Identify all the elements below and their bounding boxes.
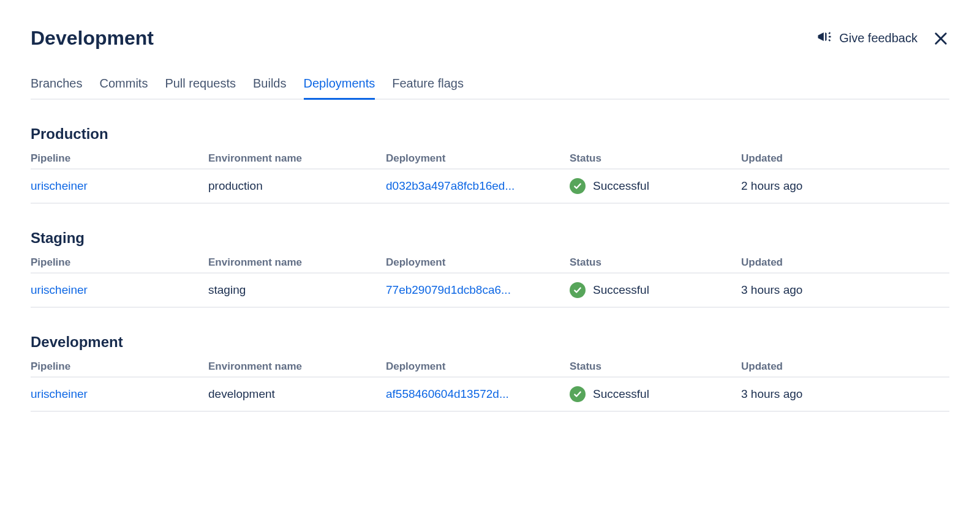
header-actions: Give feedback <box>816 28 949 48</box>
col-status: Status <box>570 149 741 169</box>
deployment-link[interactable]: d032b3a497a8fcb16ed... <box>386 179 557 193</box>
give-feedback-label: Give feedback <box>839 31 918 45</box>
table-header-row: Pipeline Environment name Deployment Sta… <box>31 149 949 169</box>
pipeline-link[interactable]: urischeiner <box>31 179 88 192</box>
success-check-icon <box>570 178 586 194</box>
col-environment: Environment name <box>208 253 386 273</box>
environment-cell: development <box>208 377 386 411</box>
col-environment: Environment name <box>208 357 386 377</box>
col-deployment: Deployment <box>386 253 570 273</box>
col-status: Status <box>570 357 741 377</box>
tab-commits[interactable]: Commits <box>100 72 148 100</box>
tab-feature-flags[interactable]: Feature flags <box>392 72 464 100</box>
give-feedback-button[interactable]: Give feedback <box>816 28 918 48</box>
col-updated: Updated <box>741 357 949 377</box>
col-environment: Environment name <box>208 149 386 169</box>
close-button[interactable] <box>932 30 949 47</box>
status-cell: Successful <box>570 178 741 194</box>
deployments-table: Pipeline Environment name Deployment Sta… <box>31 253 949 308</box>
tab-branches[interactable]: Branches <box>31 72 83 100</box>
deployments-table: Pipeline Environment name Deployment Sta… <box>31 357 949 412</box>
updated-cell: 3 hours ago <box>741 377 949 411</box>
col-pipeline: Pipeline <box>31 253 208 273</box>
col-deployment: Deployment <box>386 357 570 377</box>
environment-cell: staging <box>208 273 386 307</box>
col-status: Status <box>570 253 741 273</box>
deployment-link[interactable]: af558460604d13572d... <box>386 387 557 401</box>
updated-cell: 3 hours ago <box>741 273 949 307</box>
status-cell: Successful <box>570 386 741 402</box>
table-header-row: Pipeline Environment name Deployment Sta… <box>31 253 949 273</box>
pipeline-link[interactable]: urischeiner <box>31 283 88 296</box>
tab-builds[interactable]: Builds <box>253 72 286 100</box>
section-title: Staging <box>31 230 949 247</box>
success-check-icon <box>570 282 586 298</box>
tab-bar: Branches Commits Pull requests Builds De… <box>31 72 949 100</box>
close-icon <box>932 39 949 49</box>
status-label: Successful <box>593 387 649 401</box>
table-row: urischeiner production d032b3a497a8fcb16… <box>31 169 949 203</box>
col-deployment: Deployment <box>386 149 570 169</box>
tab-deployments[interactable]: Deployments <box>304 72 375 100</box>
success-check-icon <box>570 386 586 402</box>
environment-cell: production <box>208 169 386 203</box>
table-row: urischeiner development af558460604d1357… <box>31 377 949 411</box>
section-title: Development <box>31 334 949 351</box>
col-updated: Updated <box>741 149 949 169</box>
tab-pull-requests[interactable]: Pull requests <box>165 72 236 100</box>
table-row: urischeiner staging 77eb29079d1dcb8ca6..… <box>31 273 949 307</box>
deployment-link[interactable]: 77eb29079d1dcb8ca6... <box>386 283 557 297</box>
deployments-table: Pipeline Environment name Deployment Sta… <box>31 149 949 204</box>
pipeline-link[interactable]: urischeiner <box>31 387 88 400</box>
section-production: Production Pipeline Environment name Dep… <box>31 125 949 204</box>
section-title: Production <box>31 125 949 143</box>
col-updated: Updated <box>741 253 949 273</box>
status-cell: Successful <box>570 282 741 298</box>
status-label: Successful <box>593 283 649 297</box>
col-pipeline: Pipeline <box>31 357 208 377</box>
megaphone-icon <box>816 28 833 48</box>
updated-cell: 2 hours ago <box>741 169 949 203</box>
section-staging: Staging Pipeline Environment name Deploy… <box>31 230 949 308</box>
col-pipeline: Pipeline <box>31 149 208 169</box>
section-development: Development Pipeline Environment name De… <box>31 334 949 412</box>
status-label: Successful <box>593 179 649 193</box>
table-header-row: Pipeline Environment name Deployment Sta… <box>31 357 949 377</box>
panel-header: Development Give feedback <box>31 27 949 50</box>
page-title: Development <box>31 27 154 50</box>
